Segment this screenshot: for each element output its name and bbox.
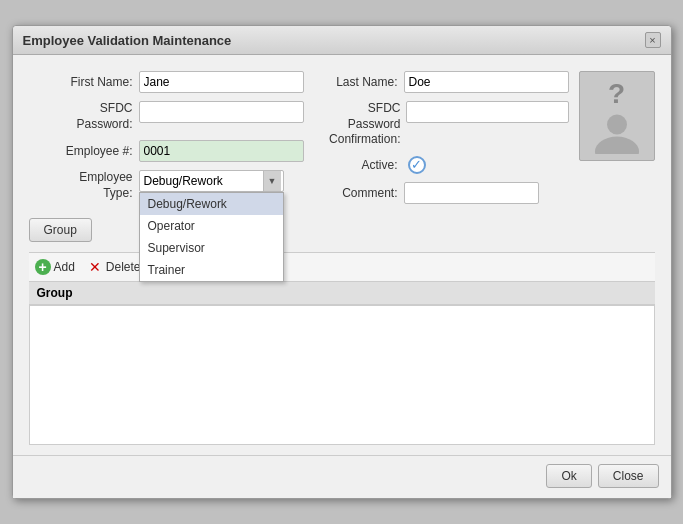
employee-num-input[interactable] [139,140,304,162]
sfdc-password-label: SFDCPassword: [29,101,139,132]
group-table: Group [29,282,655,445]
active-check-icon: ✓ [411,157,422,172]
dropdown-item-trainer[interactable]: Trainer [140,259,283,281]
group-toolbar: + Add ✕ Delete [29,252,655,282]
dialog-body: First Name: SFDCPassword: Employee #: Em… [13,55,671,455]
comment-label: Comment: [314,186,404,200]
delete-icon: ✕ [87,259,103,275]
sfdc-password-input[interactable] [139,101,304,123]
dropdown-item-operator[interactable]: Operator [140,215,283,237]
dialog-title: Employee Validation Maintenance [23,33,232,48]
employee-type-label: EmployeeType: [29,170,139,201]
group-table-body [29,305,655,445]
employee-type-select[interactable]: Debug/Rework ▼ [139,170,284,192]
employee-num-label: Employee #: [29,144,139,158]
svg-point-1 [595,137,639,155]
sfdc-confirm-label: SFDC PasswordConfirmation: [314,101,407,148]
close-x-button[interactable]: × [645,32,661,48]
group-button[interactable]: Group [29,218,92,242]
avatar-icon: ? [592,78,642,154]
active-label: Active: [314,158,404,172]
group-table-header: Group [29,282,655,305]
active-checkbox[interactable]: ✓ [408,156,426,174]
first-name-input[interactable] [139,71,304,93]
dropdown-arrow-icon: ▼ [263,171,281,191]
dialog-footer: Ok Close [13,455,671,498]
last-name-label: Last Name: [314,75,404,89]
add-button[interactable]: + Add [29,257,81,277]
add-icon: + [35,259,51,275]
sfdc-confirm-input[interactable] [406,101,568,123]
dropdown-item-debug[interactable]: Debug/Rework [140,193,283,215]
ok-button[interactable]: Ok [546,464,591,488]
svg-point-0 [607,115,627,135]
avatar-question-mark: ? [608,78,625,110]
dropdown-item-supervisor[interactable]: Supervisor [140,237,283,259]
employee-type-select-wrapper: Debug/Rework ▼ Debug/Rework Operator Sup… [139,170,284,192]
delete-label: Delete [106,260,141,274]
add-label: Add [54,260,75,274]
avatar-silhouette [592,114,642,154]
dialog-titlebar: Employee Validation Maintenance × [13,26,671,55]
delete-button[interactable]: ✕ Delete [81,257,147,277]
selected-option-text: Debug/Rework [142,174,263,188]
comment-input[interactable] [404,182,539,204]
employee-validation-dialog: Employee Validation Maintenance × First … [12,25,672,499]
first-name-label: First Name: [29,75,139,89]
dropdown-list: Debug/Rework Operator Supervisor Trainer [139,192,284,282]
last-name-input[interactable] [404,71,569,93]
close-button[interactable]: Close [598,464,659,488]
avatar-box: ? [579,71,655,161]
